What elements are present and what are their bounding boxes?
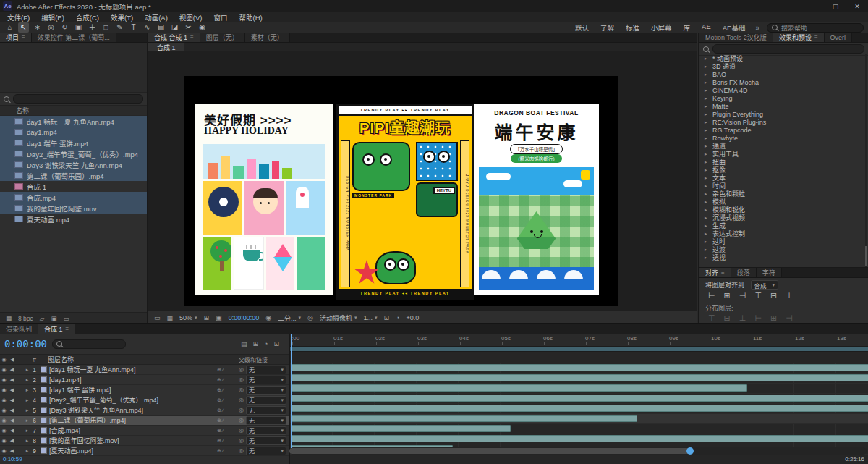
panel-menu-icon[interactable]: ≡: [66, 326, 69, 332]
composition-canvas[interactable]: 美好假期 >>>> HAPPY HOLIDAY: [184, 76, 618, 306]
project-item[interactable]: day1.mp4: [0, 127, 147, 138]
pen-tool-icon[interactable]: ✎: [114, 22, 125, 33]
effects-category[interactable]: ▸Plugin Everything: [699, 110, 865, 118]
menu-item-3[interactable]: 效果(T): [105, 12, 139, 22]
layer-duration-bar[interactable]: [291, 435, 868, 442]
workspace-tab-6[interactable]: AE基础: [723, 22, 746, 33]
parent-link-column[interactable]: 父级和链接: [239, 355, 268, 363]
twirl-icon[interactable]: ▸: [24, 448, 30, 454]
pickwhip-icon[interactable]: ◎: [239, 437, 244, 444]
layer-label-color[interactable]: [41, 366, 47, 373]
twirl-icon[interactable]: ▸: [24, 428, 30, 434]
menu-item-0[interactable]: 文件(F): [1, 12, 35, 22]
eye-icon[interactable]: ◉: [0, 367, 8, 373]
region-of-interest-icon[interactable]: ◎: [307, 314, 313, 321]
layer-lane[interactable]: [290, 434, 868, 444]
twirl-icon[interactable]: ▸: [24, 377, 30, 383]
layer-lane[interactable]: [290, 363, 868, 374]
minimize-button[interactable]: —: [803, 0, 825, 12]
twirl-icon[interactable]: ▸: [24, 408, 30, 413]
new-composition-icon[interactable]: ▣: [51, 315, 56, 322]
pan-tool-icon[interactable]: ＋: [87, 22, 98, 33]
frame-blending-icon[interactable]: ◔: [264, 340, 268, 347]
layer-switches[interactable]: ⊕ ∕: [217, 418, 239, 423]
current-timecode[interactable]: 0:00:00: [4, 338, 47, 350]
clone-tool-icon[interactable]: ▤: [156, 22, 166, 33]
delete-icon[interactable]: ▭: [63, 315, 69, 322]
layer-switches[interactable]: ⊕ ∕: [217, 428, 239, 434]
parent-dropdown[interactable]: 无▾: [246, 386, 286, 395]
magnification-dropdown[interactable]: 50%▾: [179, 314, 197, 321]
eye-icon[interactable]: ◉: [0, 397, 8, 403]
workspace-tab-0[interactable]: 默认: [575, 22, 589, 33]
view-layout-dropdown[interactable]: 1...▾: [363, 314, 377, 321]
layer-row[interactable]: ◉◀▸5[Day3 谢铁梁天竺 九鱼Ann.mp4]⊕ ∕◎无▾: [0, 405, 289, 416]
layer-row[interactable]: ◉◀▸3[day1 端午 蛋饼.mp4]⊕ ∕◎无▾: [0, 385, 289, 395]
project-item[interactable]: 夏天动画.mp4: [0, 214, 147, 224]
menu-item-2[interactable]: 合成(C): [70, 12, 105, 22]
effects-search-input[interactable]: [712, 44, 864, 54]
workspace-tab-3[interactable]: 小屏幕: [651, 22, 672, 33]
home-tool-icon[interactable]: ⌂: [4, 22, 15, 33]
parent-dropdown[interactable]: 无▾: [246, 436, 286, 445]
menu-item-1[interactable]: 编辑(E): [35, 12, 70, 22]
workspace-tab-5[interactable]: AE: [702, 22, 711, 33]
time-ruler[interactable]: :0001s02s03s04s05s06s07s08s09s10s11s12s1…: [290, 334, 868, 347]
layer-switches[interactable]: ⊕ ∕: [217, 397, 239, 403]
twirl-icon[interactable]: ▸: [24, 438, 30, 444]
effects-scrollbar[interactable]: [865, 54, 867, 268]
align-hc-icon[interactable]: ⊞: [724, 291, 731, 300]
selection-tool-icon[interactable]: ↖: [18, 22, 29, 33]
menu-item-4[interactable]: 动画(A): [139, 12, 174, 22]
effects-tab-0[interactable]: Motion Tools 2汉化版: [699, 33, 773, 42]
audio-icon[interactable]: ◀: [8, 428, 16, 434]
time-navigator-knob[interactable]: [686, 447, 694, 455]
motion-blur-icon[interactable]: ⊡: [273, 340, 279, 347]
layer-lane[interactable]: [290, 374, 868, 384]
eye-icon[interactable]: ◉: [0, 428, 8, 434]
layer-label-color[interactable]: [41, 376, 47, 383]
eye-icon[interactable]: ◉: [0, 408, 8, 413]
layer-lane[interactable]: [290, 404, 868, 414]
maximize-button[interactable]: ▢: [825, 0, 846, 12]
audio-icon[interactable]: ◀: [8, 408, 16, 413]
audio-icon[interactable]: ◀: [8, 448, 16, 454]
layer-switches[interactable]: ⊕ ∕: [217, 408, 239, 413]
pickwhip-icon[interactable]: ◎: [239, 427, 244, 434]
video-column-icon[interactable]: ◉: [0, 357, 8, 363]
project-item[interactable]: day1 端午 蛋饼.mp4: [0, 138, 147, 148]
panel-menu-icon[interactable]: ≡: [22, 34, 25, 41]
project-item[interactable]: Day2_端午节蛋_葡萄_（优秀）.mp4: [0, 148, 147, 159]
layer-label-color[interactable]: [41, 387, 47, 393]
orbit-tool-icon[interactable]: ↻: [59, 22, 70, 33]
draft-3d-icon[interactable]: ⊞: [252, 340, 258, 347]
viewer-tab-2[interactable]: 素材（无）: [245, 33, 290, 42]
layer-lane[interactable]: [290, 424, 868, 434]
layer-label-color[interactable]: [41, 417, 47, 423]
project-item[interactable]: 第二课（葡萄乐园）.mp4: [0, 170, 147, 181]
layer-lane[interactable]: [290, 384, 868, 394]
effects-category[interactable]: ▸Keying: [699, 94, 865, 102]
close-button[interactable]: ✕: [846, 0, 868, 12]
audio-icon[interactable]: ◀: [8, 367, 16, 373]
pickwhip-icon[interactable]: ◎: [239, 417, 244, 423]
scrollbar-thumb[interactable]: [289, 448, 689, 454]
layer-row[interactable]: ◉◀▸9[夏天动画.mp4]⊕ ∕◎无▾: [0, 446, 289, 456]
layer-label-color[interactable]: [41, 447, 47, 454]
align-tab-0[interactable]: 对齐≡: [699, 268, 731, 277]
align-right-icon[interactable]: ⊣: [739, 291, 746, 300]
grid-guides-icon[interactable]: ⊞: [204, 314, 210, 321]
parent-dropdown[interactable]: 无▾: [246, 447, 286, 455]
dist-right-icon[interactable]: ⊣: [786, 313, 793, 323]
layer-duration-bar[interactable]: [291, 364, 868, 371]
parent-dropdown[interactable]: 无▾: [246, 406, 286, 415]
pickwhip-icon[interactable]: ◎: [239, 397, 244, 403]
current-time-indicator[interactable]: [291, 334, 292, 448]
align-to-dropdown[interactable]: 合成 ▾: [751, 280, 779, 290]
align-left-icon[interactable]: ⊢: [708, 291, 715, 300]
twirl-icon[interactable]: ▸: [24, 418, 30, 423]
zoom-tool-icon[interactable]: ◎: [46, 22, 56, 33]
main-viewer-icon[interactable]: ▦: [167, 314, 174, 321]
parent-dropdown[interactable]: 无▾: [246, 396, 286, 405]
layer-lane[interactable]: [290, 394, 868, 404]
